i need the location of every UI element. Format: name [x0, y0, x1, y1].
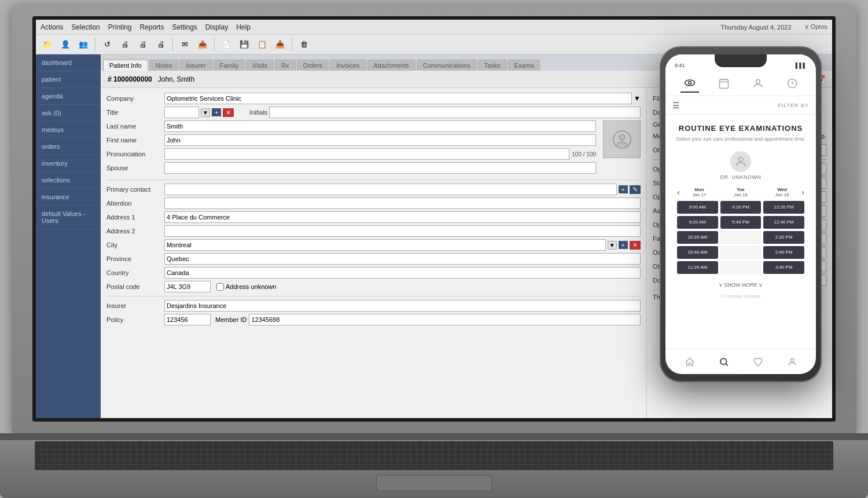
toolbar-btn-users[interactable]: 👥 — [75, 37, 91, 52]
phone-tab-calendar[interactable] — [715, 74, 733, 93]
cal-next-btn[interactable]: › — [801, 188, 804, 197]
toolbar-btn-print2[interactable]: 🖨 — [135, 37, 151, 52]
slot-2[interactable]: 12:20 PM — [763, 201, 804, 214]
tab-notes[interactable]: Notes — [149, 60, 179, 71]
tab-orders[interactable]: Orders — [297, 60, 329, 71]
postal-input[interactable] — [164, 281, 211, 292]
title-remove-btn[interactable]: ✕ — [223, 108, 234, 117]
phone-tab-eye[interactable] — [681, 74, 699, 93]
sidebar-item-orders[interactable]: orders — [36, 138, 101, 155]
tab-exams[interactable]: Exams — [508, 60, 540, 71]
primary-contact-input[interactable] — [164, 184, 617, 195]
phone-tab-person[interactable] — [749, 74, 767, 93]
menu-selection[interactable]: Selection — [71, 23, 100, 31]
toolbar-btn-clipboard[interactable]: 📋 — [254, 37, 270, 52]
tab-communications[interactable]: Communications — [417, 60, 477, 71]
slot-12[interactable]: 11:20 AM — [677, 261, 718, 274]
slot-9[interactable]: 10:40 AM — [677, 246, 718, 259]
city-input[interactable] — [164, 239, 606, 251]
initials-input[interactable] — [269, 107, 641, 118]
photo-placeholder[interactable] — [603, 120, 641, 158]
slot-4[interactable]: 5:40 PM — [720, 216, 762, 229]
province-input[interactable] — [164, 253, 641, 265]
phone-nav-search[interactable] — [716, 354, 732, 370]
pronunciation-label: Pronunciation — [106, 151, 164, 158]
city-dropdown-btn[interactable]: ▼ — [608, 241, 617, 250]
toolbar-btn-upload[interactable]: 📤 — [194, 37, 211, 52]
tab-invoices[interactable]: Invoices — [330, 60, 366, 71]
slot-14[interactable]: 3:40 PM — [763, 261, 804, 274]
sidebar-item-ask[interactable]: ask (0) — [36, 105, 101, 122]
insurer-input[interactable] — [164, 300, 641, 312]
tab-insurer[interactable]: Insurer — [179, 60, 212, 71]
phone-nav-heart[interactable] — [750, 354, 766, 370]
primary-contact-edit-btn[interactable]: ✎ — [630, 185, 641, 194]
tab-rx[interactable]: Rx — [275, 60, 295, 71]
pronunciation-input[interactable] — [164, 148, 569, 160]
cal-day-date-0: Jan 17 — [692, 192, 706, 197]
toolbar-btn-print1[interactable]: 🖨 — [117, 37, 133, 52]
menu-printing[interactable]: Printing — [108, 23, 132, 31]
title-dropdown-btn[interactable]: ▼ — [201, 108, 210, 117]
slot-3[interactable]: 9:20 AM — [677, 216, 718, 229]
tab-visits[interactable]: Visits — [246, 60, 274, 71]
toolbar-btn-folder[interactable]: 📁 — [39, 37, 56, 52]
title-input[interactable] — [164, 107, 199, 118]
sidebar-item-patient[interactable]: patient — [36, 71, 101, 88]
slot-8[interactable]: 2:20 PM — [763, 231, 804, 244]
slot-0[interactable]: 9:00 AM — [677, 201, 718, 214]
member-id-input[interactable] — [249, 314, 641, 325]
toolbar-btn-print3[interactable]: 🖨 — [153, 37, 169, 52]
hamburger-icon[interactable]: ☰ — [672, 101, 680, 110]
company-dropdown-icon[interactable]: ▼ — [634, 94, 641, 102]
lastname-input[interactable] — [164, 120, 596, 132]
menu-settings[interactable]: Settings — [172, 23, 197, 31]
attention-input[interactable] — [164, 197, 641, 209]
country-input[interactable] — [164, 267, 641, 279]
slot-6[interactable]: 10:20 AM — [677, 231, 718, 244]
sidebar-item-inventory[interactable]: inventory — [36, 155, 101, 172]
menu-reports[interactable]: Reports — [139, 23, 164, 31]
firstname-input[interactable] — [164, 134, 596, 146]
address2-input[interactable] — [164, 225, 641, 237]
toolbar-btn-save[interactable]: 💾 — [236, 37, 252, 52]
toolbar-btn-delete[interactable]: 🗑 — [296, 37, 312, 52]
slot-11[interactable]: 2:40 PM — [763, 246, 804, 259]
phone-nav-home[interactable] — [682, 354, 698, 370]
tab-attachments[interactable]: Attachments — [367, 60, 415, 71]
toolbar-btn-import[interactable]: 📥 — [272, 37, 288, 52]
sidebar-item-medsys[interactable]: medsys — [36, 122, 101, 138]
toolbar-btn-sms[interactable]: ✉ — [176, 37, 193, 52]
sidebar-item-selections[interactable]: selections — [36, 172, 101, 189]
menu-display[interactable]: Display — [205, 23, 228, 31]
sidebar-item-default-values[interactable]: default Values - Users — [36, 206, 101, 229]
policy-input[interactable] — [164, 314, 211, 325]
tab-tasks[interactable]: Tasks — [478, 60, 507, 71]
city-remove-btn[interactable]: ✕ — [630, 241, 641, 250]
phone-tab-clock[interactable] — [783, 74, 801, 93]
slot-1[interactable]: 4:20 PM — [720, 201, 762, 214]
show-more-btn[interactable]: ∨ SHOW MORE ∨ — [672, 279, 809, 291]
menu-actions[interactable]: Actions — [41, 23, 63, 31]
sidebar-item-insurance[interactable]: insurance — [36, 189, 101, 206]
tab-patient-info[interactable]: Patient Info — [103, 60, 148, 71]
menu-help[interactable]: Help — [236, 23, 251, 31]
sidebar-item-agenda[interactable]: agenda — [36, 88, 101, 105]
toolbar-btn-refresh[interactable]: ↺ — [99, 37, 115, 52]
phone-screen: 9:41 ▌▌▌ — [665, 54, 816, 374]
address-unknown-checkbox[interactable] — [216, 283, 224, 291]
slot-5[interactable]: 12:40 PM — [763, 216, 804, 229]
toolbar-btn-doc[interactable]: 📄 — [218, 37, 234, 52]
address1-input[interactable] — [164, 211, 641, 223]
sidebar-item-dashboard[interactable]: dashboard — [36, 54, 101, 71]
city-add-btn[interactable]: + — [619, 241, 628, 249]
tab-family[interactable]: Family — [214, 60, 245, 71]
company-input[interactable] — [164, 93, 632, 104]
title-add-btn[interactable]: + — [212, 108, 221, 116]
trackpad[interactable] — [376, 475, 492, 491]
primary-contact-add-btn[interactable]: + — [619, 185, 628, 193]
time-slots-grid: 9:00 AM 4:20 PM 12:20 PM 9:20 AM 5:40 PM… — [672, 201, 809, 274]
toolbar-btn-user[interactable]: 👤 — [57, 37, 73, 52]
phone-nav-profile[interactable] — [784, 354, 800, 370]
spouse-input[interactable] — [164, 162, 596, 174]
